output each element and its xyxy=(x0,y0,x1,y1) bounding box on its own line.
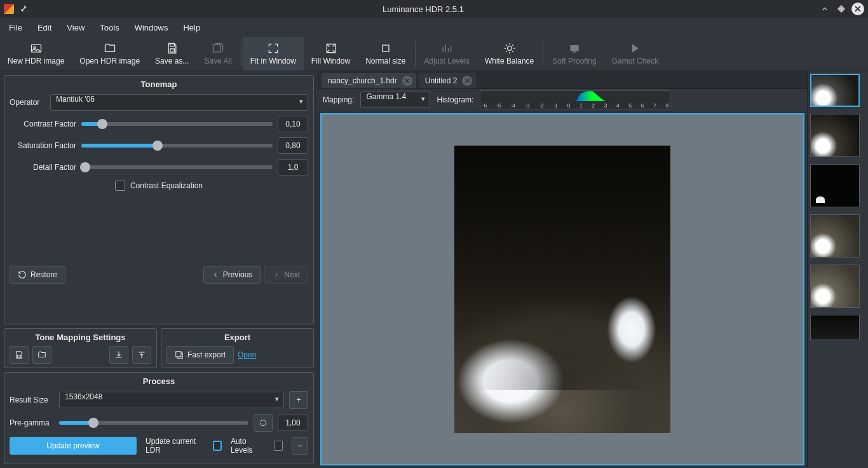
close-tab-icon[interactable]: ✕ xyxy=(402,76,412,86)
mapping-dropdown[interactable]: Gamma 1.4 xyxy=(360,92,430,108)
pin-icon[interactable] xyxy=(19,4,28,14)
histogram[interactable]: -6-5-4-3-2-1012345678 xyxy=(480,90,670,109)
soft-proofing-button: Soft Proofing xyxy=(545,37,604,71)
detail-slider[interactable] xyxy=(81,165,273,169)
fit-in-window-button[interactable]: Fit in Window xyxy=(243,37,304,71)
pre-gamma-slider[interactable] xyxy=(59,421,248,425)
menu-view[interactable]: View xyxy=(60,20,91,35)
tms-panel: Tone Mapping Settings xyxy=(4,328,157,368)
pre-gamma-reset-button[interactable] xyxy=(254,414,273,432)
auto-levels-label: Auto Levels xyxy=(231,437,265,455)
contrast-eq-checkbox[interactable] xyxy=(115,181,125,191)
maximize-icon[interactable] xyxy=(835,3,848,15)
menu-file[interactable]: File xyxy=(3,20,29,35)
auto-levels-checkbox[interactable] xyxy=(274,441,283,451)
save-all-button: Save All xyxy=(196,37,239,71)
svg-point-6 xyxy=(507,46,512,51)
result-size-dropdown[interactable]: 1536x2048 xyxy=(59,392,284,408)
gamut-check-button: Gamut Check xyxy=(604,37,666,71)
svg-rect-2 xyxy=(170,44,174,46)
tab-1[interactable]: Untitled 2 ✕ xyxy=(419,73,477,88)
menu-help[interactable]: Help xyxy=(177,20,207,35)
saturation-slider[interactable] xyxy=(81,144,273,148)
update-current-ldr-label: Update current LDR xyxy=(146,437,204,455)
auto-levels-menu-button[interactable] xyxy=(292,437,308,455)
next-button: Next xyxy=(264,266,308,284)
svg-rect-9 xyxy=(18,355,21,358)
saturation-label: Saturation Factor xyxy=(10,141,76,150)
menu-tools[interactable]: Tools xyxy=(93,20,125,35)
process-panel: Process Result Size 1536x2048 + Pre-gamm… xyxy=(4,372,314,464)
contrast-value[interactable]: 0,10 xyxy=(278,116,308,132)
operator-dropdown[interactable]: Mantiuk '06 xyxy=(50,94,308,111)
result-size-label: Result Size xyxy=(10,396,54,404)
toolbar: New HDR image Open HDR image Save as... … xyxy=(0,37,868,71)
white-balance-button[interactable]: White Balance xyxy=(477,37,541,71)
tms-save-button[interactable] xyxy=(10,346,29,364)
contrast-label: Contrast Factor xyxy=(10,120,76,128)
pre-gamma-label: Pre-gamma xyxy=(10,418,54,427)
contrast-eq-label: Contrast Equalization xyxy=(130,181,203,190)
close-tab-icon[interactable]: ✕ xyxy=(462,76,472,86)
thumbnail-4[interactable] xyxy=(810,265,860,308)
export-panel: Export Fast export Open xyxy=(161,328,314,368)
svg-rect-8 xyxy=(573,52,576,53)
saturation-value[interactable]: 0,80 xyxy=(278,137,308,154)
operator-label: Operator xyxy=(10,98,45,107)
save-as-button[interactable]: Save as... xyxy=(147,37,196,71)
document-tabs: nancy_church_1.hdr ✕ Untitled 2 ✕ xyxy=(318,71,807,89)
tms-title: Tone Mapping Settings xyxy=(10,333,151,342)
window-title: Luminance HDR 2.5.1 xyxy=(28,4,818,14)
normal-size-button[interactable]: Normal size xyxy=(358,37,413,71)
update-preview-button[interactable]: Update preview xyxy=(10,437,137,455)
mapping-bar: Mapping: Gamma 1.4 Histogram: -6-5-4-3-2… xyxy=(318,89,807,111)
restore-button[interactable]: Restore xyxy=(10,266,65,284)
update-current-ldr-checkbox[interactable] xyxy=(213,441,222,451)
add-size-button[interactable]: + xyxy=(289,391,308,409)
close-icon[interactable]: ✕ xyxy=(851,3,864,15)
new-hdr-button[interactable]: New HDR image xyxy=(0,37,72,71)
thumbnail-5[interactable] xyxy=(810,315,860,340)
app-icon xyxy=(4,4,14,14)
image-preview xyxy=(454,146,670,433)
svg-rect-5 xyxy=(383,45,389,52)
fill-window-button[interactable]: Fill Window xyxy=(304,37,358,71)
thumbnail-2[interactable] xyxy=(810,164,860,207)
open-hdr-button[interactable]: Open HDR image xyxy=(72,37,147,71)
minimize-icon[interactable] xyxy=(818,3,831,15)
pre-gamma-value[interactable]: 1,00 xyxy=(278,415,308,431)
tonemap-title: Tonemap xyxy=(10,79,308,89)
menu-edit[interactable]: Edit xyxy=(31,20,58,35)
menu-windows[interactable]: Windows xyxy=(128,20,175,35)
thumbnail-strip xyxy=(807,71,868,468)
histogram-label: Histogram: xyxy=(437,95,473,104)
svg-rect-3 xyxy=(170,49,174,52)
contrast-slider[interactable] xyxy=(81,122,273,126)
tms-import-button[interactable] xyxy=(109,346,128,364)
export-open-link[interactable]: Open xyxy=(238,350,256,359)
tab-0[interactable]: nancy_church_1.hdr ✕ xyxy=(322,73,416,88)
detail-label: Detail Factor xyxy=(10,163,76,172)
previous-button[interactable]: Previous xyxy=(203,266,261,284)
tonemap-panel: Tonemap Operator Mantiuk '06 Contrast Fa… xyxy=(4,75,314,324)
mapping-label: Mapping: xyxy=(323,95,354,104)
export-title: Export xyxy=(166,333,308,342)
thumbnail-0[interactable] xyxy=(810,74,860,107)
image-viewport[interactable] xyxy=(320,113,804,465)
thumbnail-3[interactable] xyxy=(810,214,860,258)
thumbnail-1[interactable] xyxy=(810,114,860,157)
tms-open-button[interactable] xyxy=(32,346,51,364)
svg-rect-10 xyxy=(176,352,181,357)
detail-value[interactable]: 1,0 xyxy=(278,159,308,176)
titlebar: Luminance HDR 2.5.1 ✕ xyxy=(0,0,868,18)
fast-export-button[interactable]: Fast export xyxy=(166,346,234,364)
tms-export-button[interactable] xyxy=(132,346,151,364)
histogram-ticks: -6-5-4-3-2-1012345678 xyxy=(480,102,670,109)
svg-rect-7 xyxy=(570,45,578,51)
process-title: Process xyxy=(10,376,308,386)
menubar: File Edit View Tools Windows Help xyxy=(0,18,868,37)
adjust-levels-button: Adjust Levels xyxy=(417,37,477,71)
